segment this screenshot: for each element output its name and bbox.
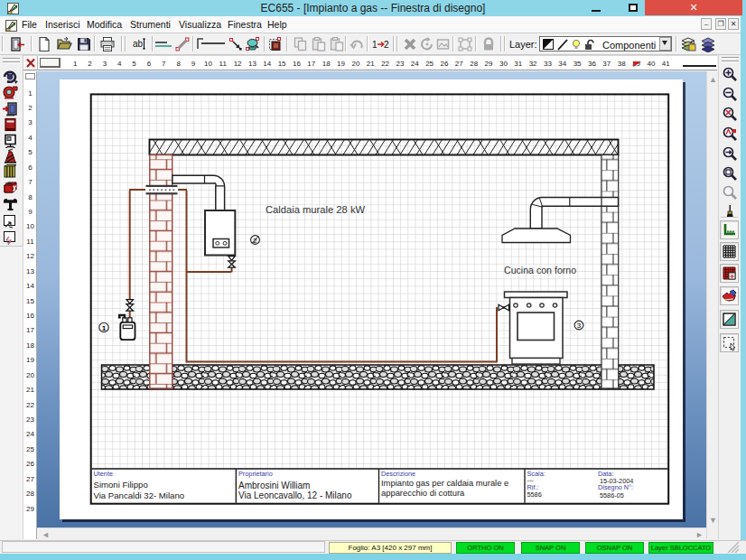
svg-text:Cucina con forno: Cucina con forno [504,265,576,275]
svg-text:15-03-2004: 15-03-2004 [600,477,633,485]
svg-text:Via Leoncavallo, 12 - Milano: Via Leoncavallo, 12 - Milano [238,490,352,500]
svg-text:Via Pancaldi 32- Milano: Via Pancaldi 32- Milano [94,490,185,500]
svg-text:1: 1 [372,40,378,50]
svg-text:Proprietario: Proprietario [238,470,273,478]
svg-text:Componenti: Componenti [602,40,656,51]
svg-text:Impianto gas per caldaia mural: Impianto gas per caldaia murale e [381,478,508,488]
svg-text:---: --- [527,476,535,484]
svg-text:5586-05: 5586-05 [600,491,624,499]
svg-text:ab: ab [133,39,144,49]
svg-text:Utente: Utente [94,470,114,478]
svg-text:1: 1 [102,324,107,332]
svg-text:5586: 5586 [527,490,542,499]
svg-text:Simoni Filippo: Simoni Filippo [94,480,148,490]
svg-text:Ambrosini William: Ambrosini William [238,481,310,490]
svg-text:3: 3 [577,322,582,330]
svg-text:Caldaia murale 28 kW: Caldaia murale 28 kW [266,204,365,215]
svg-text:apparecchio di cottura: apparecchio di cottura [381,488,465,498]
svg-text:Descrizione: Descrizione [381,470,415,478]
svg-text:2: 2 [384,40,389,50]
